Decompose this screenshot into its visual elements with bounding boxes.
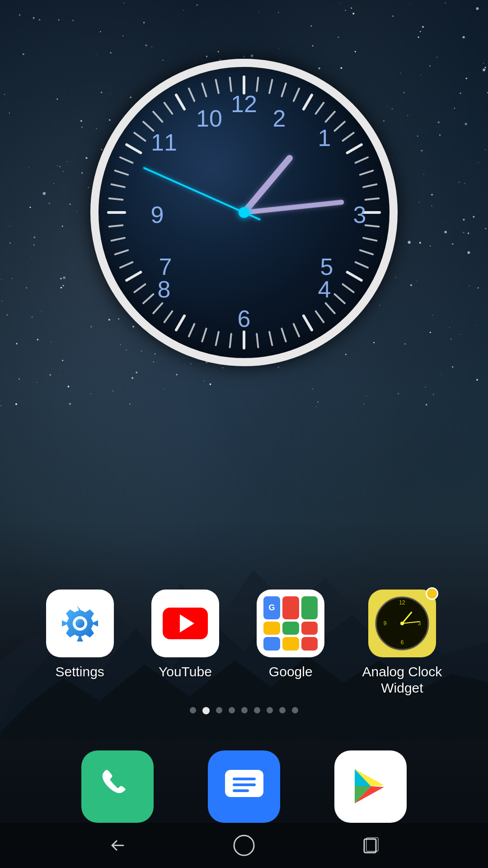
svg-line-72 (244, 158, 290, 212)
back-button[interactable] (102, 830, 133, 861)
page-dot-2[interactable] (216, 707, 222, 713)
messages-icon-bg (208, 750, 280, 823)
back-icon (108, 835, 128, 856)
svg-text:6: 6 (401, 639, 404, 646)
page-dot-6[interactable] (267, 707, 273, 713)
youtube-label: YouTube (159, 664, 212, 680)
svg-line-35 (176, 316, 184, 330)
page-dot-4[interactable] (241, 707, 248, 713)
recents-button[interactable] (355, 830, 386, 861)
app-grid: Settings YouTube G (0, 590, 488, 696)
clock-ticks: 12 1 3 4 6 8 9 11 10 2 5 7 (99, 67, 389, 358)
svg-line-40 (127, 272, 141, 280)
svg-line-20 (347, 272, 361, 280)
messages-app[interactable] (208, 750, 280, 823)
clock-widget[interactable]: 12 1 3 4 6 8 9 11 10 2 5 7 (90, 59, 398, 366)
svg-line-41 (120, 262, 132, 268)
svg-line-37 (153, 303, 162, 313)
svg-text:12: 12 (399, 599, 405, 606)
svg-line-53 (153, 112, 162, 122)
settings-icon-bg (46, 590, 114, 657)
svg-line-33 (202, 329, 206, 342)
svg-text:4: 4 (318, 276, 331, 302)
svg-line-31 (230, 334, 231, 348)
youtube-icon (163, 608, 208, 639)
svg-text:3: 3 (353, 202, 366, 228)
notification-badge (426, 587, 438, 600)
phone-icon (99, 768, 137, 806)
dock (0, 750, 488, 823)
svg-line-39 (134, 284, 145, 292)
page-dot-5[interactable] (254, 707, 260, 713)
svg-text:9: 9 (151, 202, 164, 228)
svg-line-5 (304, 95, 312, 109)
svg-text:6: 6 (238, 306, 251, 332)
svg-line-22 (335, 294, 345, 303)
page-dot-0[interactable] (190, 707, 196, 713)
youtube-app[interactable]: YouTube (151, 590, 219, 696)
home-icon (233, 834, 255, 857)
svg-text:2: 2 (273, 105, 286, 132)
svg-point-94 (234, 835, 254, 855)
svg-line-7 (326, 112, 335, 122)
svg-line-73 (244, 202, 342, 212)
svg-line-59 (230, 78, 231, 91)
svg-line-10 (347, 145, 361, 153)
svg-line-38 (143, 294, 153, 303)
svg-line-56 (189, 89, 194, 101)
svg-line-36 (164, 311, 173, 322)
google-app[interactable]: G Google (257, 590, 324, 696)
svg-line-2 (269, 80, 272, 93)
phone-app[interactable] (81, 750, 154, 823)
page-dot-1[interactable] (202, 707, 210, 714)
google-label: Google (269, 664, 313, 680)
svg-line-49 (120, 157, 132, 163)
svg-line-27 (282, 329, 286, 342)
svg-point-89 (400, 622, 404, 625)
svg-line-50 (127, 145, 141, 153)
svg-line-26 (294, 324, 299, 336)
svg-line-17 (363, 238, 376, 241)
svg-line-47 (112, 184, 125, 187)
svg-line-19 (356, 262, 368, 268)
svg-line-34 (189, 324, 194, 336)
home-button[interactable] (228, 830, 260, 861)
page-dot-7[interactable] (279, 707, 286, 713)
svg-text:5: 5 (320, 254, 333, 280)
google-apps-grid: G (257, 590, 324, 657)
page-dot-3[interactable] (229, 707, 235, 713)
svg-line-6 (316, 103, 324, 113)
svg-line-16 (366, 225, 379, 226)
settings-app[interactable]: Settings (46, 590, 114, 696)
svg-text:11: 11 (151, 129, 177, 156)
svg-line-23 (326, 303, 335, 313)
svg-point-75 (239, 207, 249, 218)
svg-line-8 (335, 122, 345, 131)
svg-line-57 (202, 84, 206, 97)
svg-text:9: 9 (384, 620, 387, 627)
play-store-icon (350, 766, 391, 807)
nav-bar (0, 823, 488, 868)
svg-line-54 (164, 103, 173, 113)
analog-clock-widget-app[interactable]: 12 3 6 9 Analog Clock Widget (362, 590, 442, 696)
analog-clock-widget-label: Analog Clock Widget (362, 664, 442, 696)
clock-widget-icon-bg: 12 3 6 9 (368, 590, 436, 657)
svg-line-18 (360, 250, 373, 254)
svg-line-24 (316, 311, 324, 322)
svg-line-21 (343, 284, 353, 292)
play-store-app[interactable] (334, 750, 407, 823)
google-icon-bg: G (257, 590, 324, 657)
svg-line-58 (216, 80, 219, 93)
svg-text:12: 12 (231, 91, 257, 117)
play-store-icon-bg (334, 750, 407, 823)
svg-text:10: 10 (196, 105, 222, 132)
page-dot-8[interactable] (292, 707, 298, 713)
youtube-icon-bg (151, 590, 219, 657)
phone-icon-bg (81, 750, 154, 823)
page-indicators (0, 707, 488, 714)
settings-label: Settings (55, 664, 104, 680)
svg-line-3 (282, 84, 286, 97)
settings-icon (60, 603, 100, 644)
svg-text:8: 8 (158, 276, 171, 302)
svg-point-78 (75, 619, 84, 628)
